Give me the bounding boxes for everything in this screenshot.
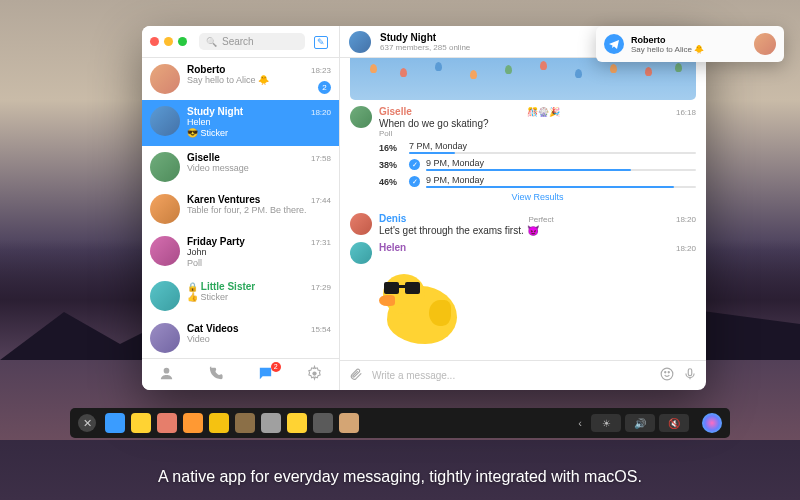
- compose-button[interactable]: [311, 34, 331, 49]
- search-input[interactable]: Search: [199, 33, 305, 50]
- chat-name: Karen Ventures: [187, 194, 260, 205]
- header-avatar[interactable]: [349, 31, 371, 53]
- message-input[interactable]: Write a message...: [372, 370, 651, 381]
- avatar[interactable]: [350, 106, 372, 128]
- chat-preview: Table for four, 2 PM. Be there.: [187, 205, 307, 216]
- svg-point-0: [164, 367, 170, 373]
- touchbar-volume-button[interactable]: 🔊: [625, 414, 655, 432]
- compose-icon: [314, 34, 328, 48]
- chat-time: 15:54: [311, 325, 331, 334]
- poll-option-label: 9 PM, Monday: [426, 175, 696, 185]
- chat-preview: 👍 Sticker: [187, 292, 307, 303]
- duck-sticker[interactable]: [379, 270, 465, 346]
- message-sticker: Helen 18:20: [350, 242, 696, 264]
- tab-contacts[interactable]: [158, 365, 175, 385]
- chat-preview: Video message: [187, 163, 307, 174]
- chat-item-study-night[interactable]: Study Night18:20 Helen 😎 Sticker: [142, 100, 339, 146]
- notification-banner[interactable]: Roberto Say hello to Alice 🐥: [596, 26, 784, 62]
- touchbar-chevron-icon[interactable]: ‹: [578, 417, 582, 429]
- view-results-button[interactable]: View Results: [379, 192, 696, 202]
- avatar: [150, 323, 180, 353]
- chat-preview: 😎 Sticker: [187, 128, 307, 139]
- message-author: Giselle: [379, 106, 412, 117]
- avatar: [150, 236, 180, 266]
- check-icon: ✓: [409, 159, 420, 170]
- svg-point-6: [668, 371, 669, 372]
- chat-list[interactable]: Roberto18:23 Say hello to Alice 🐥 2 Stud…: [142, 58, 339, 358]
- titlebar: Search: [142, 26, 339, 58]
- chat-sender: John: [187, 247, 207, 257]
- attach-button[interactable]: [349, 367, 363, 385]
- chat-item-giselle[interactable]: Giselle17:58 Video message: [142, 146, 339, 188]
- minimize-window-button[interactable]: [164, 37, 173, 46]
- close-window-button[interactable]: [150, 37, 159, 46]
- message-status: Perfect: [528, 215, 553, 224]
- chat-item-cat-videos[interactable]: Cat Videos15:54 Video: [142, 317, 339, 358]
- chat-preview: Video: [187, 334, 307, 345]
- touchbar-brightness-button[interactable]: ☀: [591, 414, 621, 432]
- chat-time: 17:29: [311, 283, 331, 292]
- touchbar-sticker[interactable]: [235, 413, 255, 433]
- chat-item-roberto[interactable]: Roberto18:23 Say hello to Alice 🐥 2: [142, 58, 339, 100]
- touchbar-sticker[interactable]: [183, 413, 203, 433]
- poll-question: When do we go skating?: [379, 118, 696, 129]
- message-time: 16:18: [676, 108, 696, 117]
- poll-option[interactable]: 38% ✓ 9 PM, Monday: [379, 158, 696, 171]
- bottom-tabs: 2: [142, 358, 339, 390]
- chat-item-karen[interactable]: Karen Ventures17:44 Table for four, 2 PM…: [142, 188, 339, 230]
- chat-item-little-sister[interactable]: 🔒 Little Sister17:29 👍 Sticker: [142, 275, 339, 317]
- touchbar-sticker[interactable]: [131, 413, 151, 433]
- avatar: [150, 194, 180, 224]
- touchbar-siri-button[interactable]: [702, 413, 722, 433]
- message-poll: Giselle 🎊🎡🎉 16:18 When do we go skating?…: [350, 106, 696, 207]
- chat-name: Roberto: [187, 64, 225, 75]
- poll-percent: 46%: [379, 177, 403, 187]
- touchbar-sticker[interactable]: [209, 413, 229, 433]
- avatar: [150, 152, 180, 182]
- avatar[interactable]: [350, 213, 372, 235]
- main-panel: Study Night 637 members, 285 online ••• …: [340, 26, 706, 390]
- chat-preview: Say hello to Alice 🐥: [187, 75, 307, 86]
- message-input-bar: Write a message...: [340, 360, 706, 390]
- avatar[interactable]: [350, 242, 372, 264]
- message: Denis Perfect 18:20 Let's get through th…: [350, 213, 696, 236]
- telegram-icon: [604, 34, 624, 54]
- touchbar-mute-button[interactable]: 🔇: [659, 414, 689, 432]
- touchbar-sticker[interactable]: [157, 413, 177, 433]
- pinned-image[interactable]: [350, 58, 696, 100]
- poll-option[interactable]: 46% ✓ 9 PM, Monday: [379, 175, 696, 188]
- emoji-button[interactable]: [660, 367, 674, 385]
- avatar: [150, 64, 180, 94]
- lock-icon: 🔒: [187, 282, 198, 292]
- touchbar-sticker[interactable]: [339, 413, 359, 433]
- touchbar-sticker[interactable]: [261, 413, 281, 433]
- search-placeholder: Search: [222, 36, 254, 47]
- traffic-lights: [150, 37, 187, 46]
- touchbar-close-button[interactable]: ✕: [78, 414, 96, 432]
- voice-button[interactable]: [683, 367, 697, 385]
- touchbar-sticker[interactable]: [287, 413, 307, 433]
- messages-area[interactable]: Giselle 🎊🎡🎉 16:18 When do we go skating?…: [340, 58, 706, 360]
- poll-emojis: 🎊🎡🎉: [527, 107, 560, 117]
- poll-option[interactable]: 16% 7 PM, Monday: [379, 141, 696, 154]
- notification-avatar: [754, 33, 776, 55]
- tab-calls[interactable]: [207, 365, 224, 385]
- chat-item-friday-party[interactable]: Friday Party17:31 John Poll: [142, 230, 339, 276]
- maximize-window-button[interactable]: [178, 37, 187, 46]
- tab-chats[interactable]: 2: [257, 365, 274, 385]
- touchbar-stickers: [105, 413, 569, 433]
- poll-option-label: 7 PM, Monday: [409, 141, 696, 151]
- app-window: Search Roberto18:23 Say hello to Alice 🐥…: [142, 26, 706, 390]
- tab-settings[interactable]: [306, 365, 323, 385]
- marketing-caption: A native app for everyday messaging, tig…: [0, 468, 800, 486]
- message-time: 18:20: [676, 244, 696, 253]
- message-author: Denis: [379, 213, 406, 224]
- touchbar-sticker[interactable]: [105, 413, 125, 433]
- check-icon: ✓: [409, 176, 420, 187]
- chat-name: Little Sister: [201, 281, 255, 292]
- chat-name: Cat Videos: [187, 323, 239, 334]
- svg-point-4: [661, 368, 673, 380]
- touchbar-sticker[interactable]: [313, 413, 333, 433]
- avatar: [150, 281, 180, 311]
- chat-time: 17:58: [311, 154, 331, 163]
